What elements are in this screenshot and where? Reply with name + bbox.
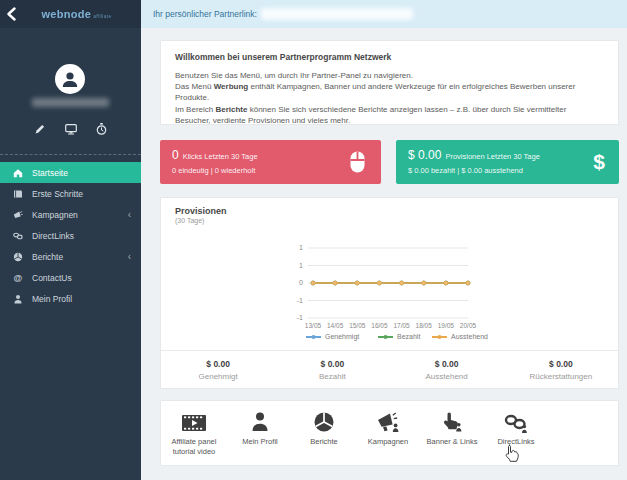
- clicks-stat-card: 0 Klicks Letzten 30 Tage 0 eindeutig | 0…: [160, 140, 381, 184]
- legend-item-bezahlt[interactable]: Bezahlt: [378, 333, 420, 340]
- x-axis-tick: 15/05: [349, 322, 366, 329]
- sidebar-item-label: Erste Schritte: [32, 189, 83, 199]
- collapse-sidebar-button[interactable]: [0, 0, 22, 28]
- partner-link-bar: Ihr persönlicher Partnerlink:: [141, 0, 627, 28]
- shortcut-label: Banner & Links: [425, 437, 479, 447]
- shortcut-banner-links[interactable]: Banner & Links: [425, 410, 479, 447]
- welcome-text: Benutzen Sie das Menü, um durch Ihr Part…: [175, 70, 604, 126]
- sidebar-item-label: DirectLinks: [32, 231, 74, 241]
- user-icon: [59, 68, 81, 90]
- partner-link-value-blurred[interactable]: [261, 8, 413, 20]
- session-timer-button[interactable]: [94, 121, 110, 137]
- summary-ausstehend: $ 0.00 Ausstehend: [390, 351, 504, 389]
- hand-cursor: [503, 444, 520, 463]
- y-axis-tick: -1: [297, 297, 303, 304]
- clicks-breakdown: 0 eindeutig | 0 wiederholt: [172, 166, 369, 175]
- x-axis-tick: 13/05: [305, 322, 322, 329]
- sidebar-item-mein-profil[interactable]: Mein Profil: [0, 288, 141, 309]
- x-axis-tick: 20/05: [460, 322, 477, 329]
- shortcut-berichte[interactable]: Berichte: [297, 410, 351, 447]
- commissions-chart-card: Provisionen (30 Tage) 110-1-113/0514/051…: [160, 197, 619, 389]
- summary-rueckerstattungen: $ 0.00 Rückerstattungen: [504, 351, 618, 389]
- legend-item-ausstehend[interactable]: Ausstehend: [432, 333, 488, 340]
- chevron-left-icon: ‹: [128, 208, 131, 219]
- x-axis-tick: 18/05: [416, 322, 433, 329]
- provisionen-line-chart: 110-1-113/0514/0515/0516/0517/0518/0519/…: [276, 240, 526, 350]
- stopwatch-icon: [96, 123, 107, 135]
- mouse-icon: [348, 150, 367, 174]
- sidebar-menu: Startseite Erste Schritte Kampagnen ‹ D: [0, 162, 141, 309]
- summary-bezahlt: $ 0.00 Bezahlt: [275, 351, 389, 389]
- desktop-view-button[interactable]: [63, 121, 79, 137]
- commissions-stat-card: $ 0.00 Provisionen Letzten 30 Tage $ 0.0…: [396, 140, 619, 184]
- sidebar-item-erste-schritte[interactable]: Erste Schritte: [0, 183, 141, 204]
- brand-suffix: affiliate: [93, 13, 111, 19]
- svg-text:Ausstehend: Ausstehend: [451, 333, 488, 340]
- partner-link-label: Ihr persönlicher Partnerlink:: [153, 9, 257, 19]
- y-axis-tick: -1: [297, 314, 303, 321]
- pie-chart-icon: [13, 252, 23, 262]
- sidebar-item-label: Berichte: [32, 252, 63, 262]
- shortcut-label: Affiliate panel tutorial video: [165, 437, 223, 457]
- x-axis-tick: 14/05: [327, 322, 344, 329]
- svg-text:Bezahlt: Bezahlt: [397, 333, 420, 340]
- sidebar-item-label: Startseite: [32, 168, 68, 178]
- commissions-value: $ 0.00: [408, 148, 441, 162]
- chart-subtitle: (30 Tage): [175, 217, 204, 224]
- legend-item-genehmigt[interactable]: Genehmigt: [306, 333, 359, 341]
- summary-genehmigt: $ 0.00 Genehmigt: [161, 351, 275, 389]
- welcome-line-3: Im Bereich Berichte können Sie sich vers…: [175, 104, 604, 126]
- sidebar-item-startseite[interactable]: Startseite: [0, 162, 141, 183]
- chevron-left-icon: ‹: [128, 250, 131, 261]
- chevron-left-icon: [6, 7, 17, 21]
- sidebar-divider: [0, 154, 141, 155]
- sidebar-item-contactus[interactable]: @ ContactUs: [0, 267, 141, 288]
- megaphone-icon: [361, 410, 415, 433]
- avatar: [55, 64, 85, 94]
- welcome-card: Willkommen bei unserem Partnerprogramm N…: [160, 40, 619, 125]
- shortcut-tutorial-video[interactable]: Affiliate panel tutorial video: [165, 410, 223, 457]
- shortcuts-card: Affiliate panel tutorial video Mein Prof…: [160, 400, 619, 466]
- sidebar: Startseite Erste Schritte Kampagnen ‹ D: [0, 28, 141, 480]
- sidebar-item-kampagnen[interactable]: Kampagnen ‹: [0, 204, 141, 225]
- y-axis-tick: 1: [299, 244, 303, 251]
- book-icon: [13, 189, 23, 199]
- dollar-icon: $: [593, 150, 605, 174]
- welcome-title: Willkommen bei unserem Partnerprogramm N…: [175, 52, 604, 62]
- y-axis-tick: 1: [299, 262, 303, 269]
- at-icon: @: [13, 273, 23, 283]
- chart-summary-row: $ 0.00 Genehmigt $ 0.00 Bezahlt $ 0.00 A…: [161, 350, 618, 389]
- brand-logo: webnodeaffiliate: [22, 8, 141, 20]
- shortcut-label: Kampagnen: [361, 437, 415, 447]
- hand-pointer-icon: [425, 410, 479, 433]
- user-icon: [13, 294, 23, 304]
- sidebar-item-label: ContactUs: [32, 273, 72, 283]
- film-icon: [165, 410, 223, 433]
- x-axis-tick: 16/05: [371, 322, 388, 329]
- shortcut-mein-profil[interactable]: Mein Profil: [233, 410, 287, 447]
- commissions-label: Provisionen Letzten 30 Tage: [445, 152, 540, 161]
- user-icon: [233, 410, 287, 433]
- megaphone-icon: [13, 210, 23, 220]
- link-icon: [489, 410, 543, 433]
- commissions-breakdown: $ 0.00 bezahlt | $ 0.00 ausstehend: [408, 166, 607, 175]
- sidebar-item-label: Mein Profil: [32, 294, 72, 304]
- sidebar-item-directlinks[interactable]: DirectLinks: [0, 225, 141, 246]
- topbar-brand-area: webnodeaffiliate: [0, 0, 141, 28]
- edit-profile-button[interactable]: [32, 121, 48, 137]
- shortcut-kampagnen[interactable]: Kampagnen: [361, 410, 415, 447]
- pencil-icon: [35, 124, 45, 134]
- username-blurred: [32, 98, 109, 107]
- y-axis-tick: 0: [299, 279, 303, 286]
- welcome-line-2: Das Menü Werbung enthält Kampagnen, Bann…: [175, 81, 604, 103]
- pie-chart-icon: [297, 410, 351, 433]
- svg-text:Genehmigt: Genehmigt: [325, 333, 359, 341]
- chart-title: Provisionen: [175, 206, 227, 216]
- shortcut-directlinks[interactable]: DirectLinks: [489, 410, 543, 447]
- sidebar-item-berichte[interactable]: Berichte ‹: [0, 246, 141, 267]
- clicks-label: Klicks Letzten 30 Tage: [183, 152, 258, 161]
- monitor-icon: [65, 124, 77, 135]
- home-icon: [13, 168, 23, 178]
- x-axis-tick: 17/05: [393, 322, 410, 329]
- clicks-value: 0: [172, 148, 179, 162]
